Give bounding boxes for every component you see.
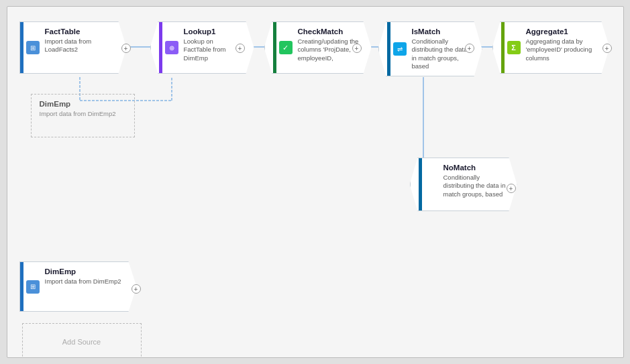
fact-table-node[interactable]: ⊞ FactTable Import data from LoadFacts2 [19, 21, 127, 74]
fact-table-icon-area: ⊞ [23, 22, 42, 73]
fact-table-plus[interactable]: + [121, 44, 131, 53]
lookup1-title: Lookup1 [184, 27, 243, 36]
dimemp-dashed-content: DimEmp Import data from DimEmp2 [32, 95, 124, 137]
nomatch-title: NoMatch [443, 164, 506, 172]
nomatch-desc: Conditionally distributing the data in m… [443, 174, 506, 198]
checkmatch-plus[interactable]: + [352, 44, 362, 53]
ismatch-desc: Conditionally distributing the data in m… [412, 38, 471, 70]
lookup1-icon: ⊕ [165, 41, 178, 54]
ismatch-icon: ⇌ [393, 42, 407, 56]
ismatch-plus[interactable]: + [465, 44, 474, 53]
lookup1-desc: Lookup on FactTable from DimEmp [184, 38, 243, 62]
dimemp2-node[interactable]: ⊞ DimEmp Import data from DimEmp2 [19, 261, 137, 312]
fact-table-content: FactTable Import data from LoadFacts2 [42, 22, 126, 73]
aggregate1-content: Aggregate1 Aggregating data by 'employee… [523, 22, 609, 73]
fact-table-icon: ⊞ [26, 41, 40, 54]
aggregate1-plus[interactable]: + [602, 44, 612, 53]
dimemp-dashed-title: DimEmp [40, 100, 116, 108]
dimemp2-title: DimEmp [45, 267, 123, 276]
aggregate1-icon-area: Σ [505, 22, 523, 73]
checkmatch-icon: ✓ [279, 41, 293, 54]
add-source-label: Add Source [62, 338, 101, 346]
fact-table-title: FactTable [45, 27, 115, 36]
dimemp2-plus[interactable]: + [132, 284, 141, 294]
lookup1-plus[interactable]: + [235, 44, 245, 53]
nomatch-plus[interactable]: + [507, 184, 516, 193]
ismatch-icon-area: ⇌ [390, 22, 409, 76]
pipeline-canvas: ⊞ FactTable Import data from LoadFacts2 … [7, 6, 624, 358]
add-source-node[interactable]: Add Source [22, 323, 142, 358]
checkmatch-desc: Creating/updating the columns 'ProjDate,… [298, 38, 360, 62]
dimemp-dashed-node[interactable]: DimEmp Import data from DimEmp2 [31, 94, 135, 137]
aggregate1-desc: Aggregating data by 'employeeID' produci… [526, 38, 598, 62]
dimemp2-icon-area: ⊞ [23, 262, 42, 311]
dimemp2-icon: ⊞ [26, 280, 40, 294]
dimemp2-content: DimEmp Import data from DimEmp2 [42, 262, 136, 311]
nomatch-content: NoMatch Conditionally distributing the d… [441, 158, 517, 210]
fact-table-desc: Import data from LoadFacts2 [45, 38, 115, 54]
dimemp-dashed-desc: Import data from DimEmp2 [40, 110, 116, 118]
checkmatch-icon-area: ✓ [276, 22, 295, 73]
checkmatch-title: CheckMatch [298, 27, 360, 36]
nomatch-icon-area [422, 158, 441, 210]
aggregate1-icon: Σ [507, 41, 521, 54]
aggregate1-title: Aggregate1 [526, 27, 598, 36]
aggregate1-node[interactable]: Σ Aggregate1 Aggregating data by 'employ… [492, 21, 610, 74]
ismatch-title: IsMatch [412, 27, 471, 36]
dimemp2-desc: Import data from DimEmp2 [45, 278, 123, 286]
lookup1-icon-area: ⊕ [162, 22, 181, 73]
nomatch-node[interactable]: NoMatch Conditionally distributing the d… [410, 158, 517, 211]
